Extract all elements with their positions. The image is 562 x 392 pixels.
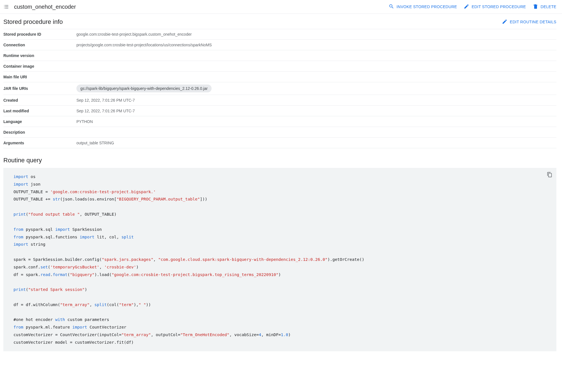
- code-token: customVectorizer = CountVectorizer(input…: [13, 332, 121, 337]
- code-token: json: [28, 182, 40, 186]
- code-token: import: [13, 174, 28, 179]
- code-token: set: [40, 265, 48, 269]
- search-icon: [389, 4, 394, 10]
- edit-routine-details-button[interactable]: EDIT ROUTINE DETAILS: [502, 19, 556, 25]
- copy-button[interactable]: [547, 172, 552, 180]
- edit-stored-procedure-button[interactable]: EDIT STORED PROCEDURE: [464, 4, 526, 10]
- code-token: SparkSession: [70, 227, 102, 232]
- info-row-created: Created Sep 12, 2022, 7:01:26 PM UTC-7: [3, 95, 556, 106]
- delete-button[interactable]: DELETE: [533, 4, 556, 10]
- code-token: ): [85, 287, 87, 292]
- info-row-language: Language PYTHON: [3, 116, 556, 127]
- info-row-jar-file-uris: JAR file URIs gs://spark-lib/bigquery/sp…: [3, 82, 556, 95]
- code-token: "com.google.cloud.spark:spark-bigquery-w…: [158, 257, 327, 262]
- info-value: gs://spark-lib/bigquery/spark-bigquery-w…: [76, 82, 556, 95]
- code-token: " ": [139, 302, 146, 307]
- info-value: [76, 53, 556, 58]
- info-value: output_table STRING: [76, 138, 556, 147]
- code-token: ])): [200, 197, 207, 201]
- code-token: df = spark.: [13, 272, 40, 277]
- info-row-description: Description: [3, 127, 556, 138]
- info-label: Last modified: [3, 106, 76, 116]
- code-token: , vocabSize=: [229, 332, 259, 337]
- pencil-icon: [464, 4, 469, 10]
- code-token: import: [72, 325, 87, 329]
- code-token: (: [67, 272, 70, 277]
- info-label: Connection: [3, 40, 76, 50]
- info-value: Sep 12, 2022, 7:01:26 PM UTC-7: [76, 96, 556, 105]
- info-row-main-file-uri: Main file URI: [3, 72, 556, 82]
- info-row-runtime-version: Runtime version: [3, 50, 556, 61]
- code-token: import: [55, 227, 70, 232]
- code-token: string: [28, 242, 45, 247]
- code-token: import: [13, 242, 28, 247]
- page-title: custom_onehot_encoder: [14, 4, 389, 10]
- code-token: lit, col,: [94, 235, 121, 239]
- info-value: [76, 64, 556, 69]
- code-token: 'temporaryGcsBucket': [50, 265, 99, 269]
- code-token: 'crosbie-dev': [104, 265, 136, 269]
- code-token: print: [13, 212, 26, 216]
- code-token: .: [50, 272, 53, 277]
- info-label: Stored procedure ID: [3, 29, 76, 39]
- code-token: (col(: [107, 302, 119, 307]
- code-token: pyspark.ml.feature: [23, 325, 72, 329]
- info-label: JAR file URIs: [3, 83, 76, 94]
- code-token: 1.0: [281, 332, 288, 337]
- code-token: "Term_OneHotEncoded": [180, 332, 230, 337]
- code-token: pyspark.sql.functions: [23, 235, 80, 239]
- code-token: OUTPUT_TABLE +=: [13, 197, 53, 201]
- info-label: Language: [3, 117, 76, 127]
- code-token: spark = SparkSession.builder.config(: [13, 257, 102, 262]
- trash-icon: [533, 4, 538, 10]
- code-token: , minDF=: [261, 332, 281, 337]
- info-row-connection: Connection projects/google.com:crosbie-t…: [3, 40, 556, 50]
- code-block: import os import json OUTPUT_TABLE = 'go…: [3, 168, 556, 351]
- code-token: from: [13, 325, 23, 329]
- info-label: Runtime version: [3, 51, 76, 61]
- info-label: Container image: [3, 61, 76, 71]
- info-row-last-modified: Last modified Sep 12, 2022, 7:01:26 PM U…: [3, 106, 556, 116]
- info-value: projects/google.com:crosbie-test-project…: [76, 40, 556, 49]
- code-token: format: [53, 272, 67, 277]
- info-label: Arguments: [3, 138, 76, 148]
- code-token: ).load(: [94, 272, 112, 277]
- page-header: custom_onehot_encoder INVOKE STORED PROC…: [0, 0, 562, 14]
- code-token: ),: [134, 302, 139, 307]
- code-token: "term_array": [121, 332, 151, 337]
- code-token: spark.conf.: [13, 265, 40, 269]
- code-token: ,: [153, 257, 158, 262]
- info-value: [76, 75, 556, 79]
- code-token: print: [13, 287, 26, 292]
- code-token: "started Spark session": [28, 287, 85, 292]
- code-token: import: [13, 182, 28, 186]
- code-token: , outputCol=: [151, 332, 180, 337]
- details-icon: [3, 3, 10, 10]
- info-value: PYTHON: [76, 117, 556, 126]
- code-token: 'google.com:crosbie-test-project.bigspar…: [50, 190, 156, 194]
- code-token: ): [278, 272, 281, 277]
- code-token: "BIGQUERY_PROC_PARAM.output_table": [117, 197, 200, 201]
- section-header: Stored procedure info EDIT ROUTINE DETAI…: [3, 18, 556, 26]
- code-token: split: [121, 235, 134, 239]
- code-token: str: [53, 197, 60, 201]
- code-token: "google.com:crosbie-test-project.bigspar…: [112, 272, 278, 277]
- code-token: (: [48, 265, 50, 269]
- code-token: OUTPUT_TABLE =: [13, 190, 50, 194]
- code-token: custom parameters: [65, 317, 109, 322]
- code-token: 4: [259, 332, 261, 337]
- code-token: , OUTPUT_TABLE): [80, 212, 117, 216]
- code-token: "term_array": [60, 302, 90, 307]
- info-row-stored-procedure-id: Stored procedure ID google.com:crosbie-t…: [3, 29, 556, 40]
- code-token: (json.loads(os.environ[: [60, 197, 117, 201]
- jar-uri-chip[interactable]: gs://spark-lib/bigquery/spark-bigquery-w…: [76, 85, 212, 92]
- info-value: [76, 130, 556, 135]
- code-token: "bigquery": [70, 272, 94, 277]
- code-token: with: [55, 317, 65, 322]
- info-label: Created: [3, 95, 76, 105]
- info-value: google.com:crosbie-test-project.bigspark…: [76, 30, 556, 39]
- code-token: CountVectorizer: [87, 325, 126, 329]
- pencil-icon: [502, 19, 507, 25]
- code-token: ): [288, 332, 291, 337]
- invoke-stored-procedure-button[interactable]: INVOKE STORED PROCEDURE: [389, 4, 457, 10]
